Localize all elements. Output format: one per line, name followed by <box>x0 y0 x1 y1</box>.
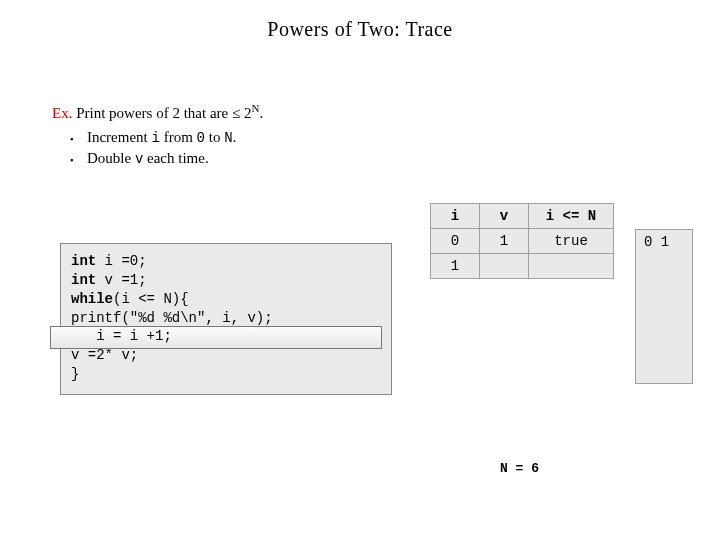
example-label: Ex. <box>52 105 72 121</box>
example-text: Print powers of 2 that are ≤ 2N. <box>76 105 263 121</box>
bullet-2: Double v each time. <box>70 148 412 169</box>
trace-header-v: v <box>480 204 529 229</box>
trace-row: 0 1 true <box>431 229 614 254</box>
trace-header-cond: i <= N <box>529 204 614 229</box>
slide-title: Powers of Two: Trace <box>0 18 720 41</box>
code-box: int i =0; int v =1; while(i <= N){ print… <box>60 243 392 395</box>
bullet-list: Increment i from 0 to N. Double v each t… <box>70 127 412 169</box>
output-box: 0 1 <box>635 229 693 384</box>
example-block: Ex. Print powers of 2 that are ≤ 2N. Inc… <box>52 103 412 169</box>
trace-table: i v i <= N 0 1 true 1 <box>430 203 614 279</box>
trace-header-i: i <box>431 204 480 229</box>
output-line: 0 1 <box>644 234 684 250</box>
n-value: N = 6 <box>500 461 539 476</box>
trace-row: 1 <box>431 254 614 279</box>
bullet-1: Increment i from 0 to N. <box>70 127 412 148</box>
